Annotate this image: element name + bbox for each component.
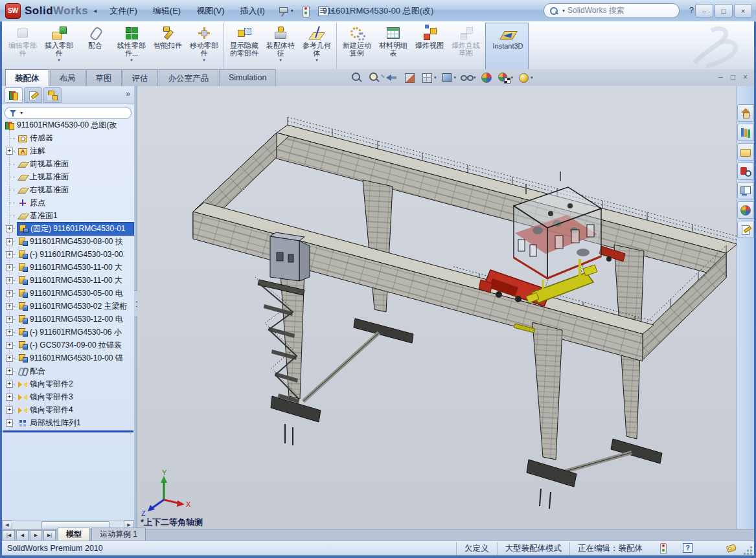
rollback-bar[interactable]: [3, 430, 133, 432]
tab-nav-button[interactable]: |◀: [3, 530, 15, 541]
tree-item[interactable]: + 911601RMG4530-11-00 大: [2, 274, 134, 287]
pin-menu-icon[interactable]: [277, 5, 290, 17]
tag-icon[interactable]: [726, 542, 737, 554]
ribbon-button[interactable]: 编辑零部件: [5, 23, 41, 71]
tree-expander[interactable]: +: [6, 316, 13, 323]
model-tab[interactable]: 模型: [58, 528, 90, 541]
feature-tree-tab[interactable]: [5, 87, 23, 103]
tree-item[interactable]: 原点: [2, 196, 134, 209]
tree-expander[interactable]: +: [6, 381, 13, 388]
resize-grip[interactable]: [744, 546, 753, 555]
doc-restore-button[interactable]: □: [731, 73, 735, 82]
tree-item[interactable]: + 911601RMG4530-02 主梁桁: [2, 300, 134, 313]
tree-item[interactable]: + 911601RMG4530-11-00 大: [2, 261, 134, 274]
menu-item[interactable]: 插入(I): [234, 3, 271, 19]
view-tool-button[interactable]: [479, 71, 494, 84]
ribbon-button[interactable]: 新建运动算例: [336, 23, 375, 71]
ribbon-button[interactable]: 爆炸视图: [411, 23, 448, 71]
status-help-icon[interactable]: [682, 542, 693, 554]
tree-expander[interactable]: +: [6, 148, 13, 155]
command-tab[interactable]: 装配体: [5, 69, 49, 86]
tree-expander[interactable]: +: [6, 264, 13, 271]
view-tool-button[interactable]: ▾: [420, 71, 437, 84]
tree-expander[interactable]: +: [6, 394, 13, 401]
tree-expander[interactable]: +: [6, 238, 13, 245]
ribbon-button[interactable]: 插入零部件 ▾: [41, 23, 77, 71]
ribbon-button[interactable]: 爆炸直线草图: [448, 23, 484, 71]
tree-expander[interactable]: +: [6, 251, 13, 258]
search-input[interactable]: ▾ SolidWorks 搜索: [544, 3, 680, 18]
tab-nav-button[interactable]: ◀: [16, 530, 29, 541]
tree-item[interactable]: 右视基准面: [2, 183, 134, 196]
tree-expander[interactable]: +: [6, 368, 13, 375]
tree-expander[interactable]: +: [6, 407, 13, 414]
tree-expander[interactable]: +: [6, 290, 13, 297]
ribbon-button[interactable]: Instant3D: [485, 23, 529, 71]
command-tab[interactable]: 草图: [86, 69, 122, 86]
traffic-light-icon[interactable]: [299, 5, 312, 17]
graphics-viewport[interactable]: Y X Z *上下二等角轴测: [137, 86, 737, 530]
view-tool-button[interactable]: [367, 71, 382, 84]
view-tool-button[interactable]: ▾: [516, 71, 534, 84]
tree-filter-input[interactable]: ▾: [5, 107, 132, 119]
configuration-manager-tab[interactable]: [43, 87, 62, 103]
tree-item[interactable]: + (-) GCS0734-09-00 拉锚装: [2, 339, 134, 352]
view-tool-button[interactable]: ▾: [459, 71, 477, 84]
property-manager-tab[interactable]: [24, 87, 42, 103]
task-pane-button[interactable]: [737, 124, 754, 141]
command-tab[interactable]: Simulation: [219, 69, 276, 86]
tree-item[interactable]: + 局部线性阵列1: [2, 416, 134, 429]
close-button[interactable]: ×: [734, 4, 752, 17]
tree-item[interactable]: 上视基准面: [2, 170, 134, 183]
menu-item[interactable]: 编辑(E): [146, 3, 187, 19]
tree-item[interactable]: + 镜向零部件4: [2, 403, 134, 416]
task-pane-button[interactable]: [737, 201, 754, 219]
command-tab[interactable]: 布局: [50, 69, 86, 86]
tree-item[interactable]: + 911601RMG4530-05-00 电: [2, 287, 134, 300]
tree-item[interactable]: + 镜向零部件2: [2, 377, 134, 390]
tree-expander[interactable]: +: [6, 225, 13, 232]
tree-item[interactable]: 基准面1: [2, 209, 134, 222]
doc-minimize-button[interactable]: –: [718, 73, 723, 82]
doc-close-button[interactable]: ×: [743, 73, 748, 82]
tree-expander[interactable]: +: [6, 342, 13, 349]
task-pane-button[interactable]: [737, 182, 754, 199]
menu-item[interactable]: 文件(F): [103, 3, 144, 19]
ribbon-button[interactable]: 配合: [77, 23, 113, 71]
tree-expander[interactable]: +: [6, 419, 13, 427]
ribbon-button[interactable]: 参考几何体 ▾: [299, 23, 335, 71]
status-traffic-light-icon[interactable]: [657, 542, 669, 554]
maximize-button[interactable]: □: [715, 4, 733, 17]
tree-item[interactable]: + (-) 911601RMG4530-06 小: [2, 326, 134, 339]
view-tool-button[interactable]: [385, 71, 400, 84]
tree-item[interactable]: + 911601RMG4530-12-00 电: [2, 313, 134, 326]
panel-expand-chevron[interactable]: »: [126, 89, 130, 98]
help-button[interactable]: ?: [689, 5, 694, 15]
command-tab[interactable]: 办公室产品: [159, 69, 219, 86]
ribbon-button[interactable]: 装配体特征 ▾: [262, 23, 299, 71]
view-tool-button[interactable]: ▾: [497, 71, 514, 84]
tree-item[interactable]: 传感器: [2, 131, 134, 144]
gantry-crane-model[interactable]: Y X Z: [137, 86, 737, 530]
tab-nav-button[interactable]: ▶: [30, 530, 42, 541]
view-tool-button[interactable]: ▾: [440, 71, 457, 84]
task-pane-button[interactable]: [737, 104, 754, 122]
tree-expander[interactable]: +: [6, 329, 13, 336]
menu-collapse-arrow-icon[interactable]: ◂: [93, 7, 97, 14]
ribbon-button[interactable]: 智能扣件: [150, 23, 186, 71]
tree-item[interactable]: + 镜向零部件3: [2, 390, 134, 403]
search-dropdown-arrow[interactable]: ▾: [562, 8, 565, 14]
tree-item[interactable]: 911601RMG4530-00 总图(改: [2, 118, 134, 131]
tree-item[interactable]: + 911601RMG4530-10-00 锚: [2, 352, 134, 364]
tree-item[interactable]: + 配合: [2, 364, 134, 377]
task-pane-button[interactable]: [737, 143, 754, 161]
tree-item[interactable]: + (固定) 911601RMG4530-01: [2, 222, 134, 235]
tab-nav-button[interactable]: ▶|: [43, 530, 56, 541]
command-tab[interactable]: 评估: [122, 69, 158, 86]
ribbon-button[interactable]: 线性零部件... ▾: [113, 23, 150, 71]
task-pane-button[interactable]: [737, 162, 754, 180]
model-tab[interactable]: 运动算例 1: [91, 528, 146, 541]
minimize-button[interactable]: –: [695, 4, 713, 17]
ribbon-button[interactable]: 材料明细表: [375, 23, 411, 71]
task-pane-button[interactable]: [737, 221, 754, 238]
